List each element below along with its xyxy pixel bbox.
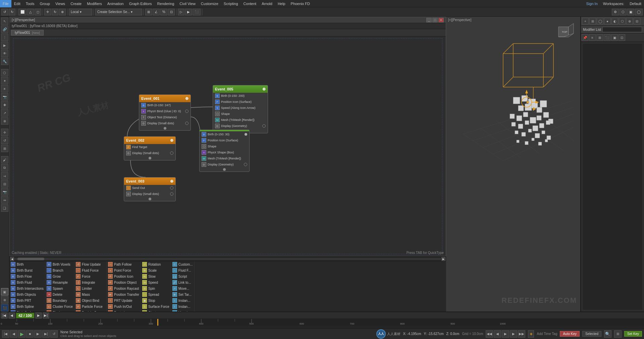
scroll-right-arrow[interactable]: ▶ xyxy=(441,257,445,261)
op-spread[interactable]: ⋯Spread xyxy=(141,291,171,297)
op-slow[interactable]: ≪Slow xyxy=(141,273,171,279)
sidebar-create-space[interactable]: ↗ xyxy=(1,109,8,117)
popup-row5[interactable]: D Display (Geometry) xyxy=(200,161,249,167)
op-set-tar[interactable]: ⊕Set Tar... xyxy=(171,291,194,297)
sidebar-motion[interactable]: ▶ xyxy=(1,42,8,49)
op-point-force[interactable]: •Point Force xyxy=(107,267,141,273)
sidebar-link[interactable]: 🔗 xyxy=(1,25,8,33)
op-instan1[interactable]: IInstan... xyxy=(171,297,194,303)
transport-stop-button[interactable]: ■ xyxy=(26,330,34,338)
current-frame-display[interactable]: 42 / 100 xyxy=(16,313,34,318)
right-toolbar-icon3[interactable]: ▣ xyxy=(627,9,634,15)
transport-start-button[interactable]: |◀ xyxy=(2,330,9,338)
node-event001-header[interactable]: Event_001 ⊕ xyxy=(139,95,191,102)
sidebar-create-cam[interactable]: 📷 xyxy=(1,93,8,100)
key-filter-button[interactable]: ⊞ xyxy=(614,330,622,338)
next-frame-button[interactable]: ▶ xyxy=(36,313,42,319)
mod-icon6[interactable]: ⬡ xyxy=(619,18,626,24)
node-event005-row0[interactable]: B Birth (0-150: 200) xyxy=(213,93,268,99)
tyflow-tab[interactable]: tyFlow001 [New] xyxy=(11,30,44,36)
mod-icon2[interactable]: ⊞ xyxy=(589,18,596,24)
sidebar-create-shape[interactable]: ✦ xyxy=(1,77,8,84)
sidebar-rotate[interactable]: ↺ xyxy=(1,137,8,144)
modifier-list-area[interactable] xyxy=(582,43,643,310)
menu-scripting[interactable]: Scripting xyxy=(221,0,241,7)
op-delete[interactable]: ✕Delete xyxy=(45,291,74,297)
op-prt-update[interactable]: ↑PRT Update xyxy=(107,297,141,303)
op-fluid-force[interactable]: ~Fluid Force xyxy=(74,267,106,273)
search-button[interactable]: 🔍 xyxy=(604,330,611,338)
sidebar-create-light[interactable]: ☀ xyxy=(1,85,8,92)
menu-graph-editors[interactable]: Graph Editors xyxy=(126,0,155,7)
node-event005-row5[interactable]: D Display (Geometry) xyxy=(213,123,268,129)
popup-row1[interactable]: P Position Icon (Surface) xyxy=(200,137,249,143)
set-key-button[interactable]: Set Key xyxy=(624,331,642,337)
op-move[interactable]: ↗Move... xyxy=(171,285,194,291)
select-polygon-button[interactable]: △ xyxy=(27,9,34,15)
op-cluster-force[interactable]: CCluster Force xyxy=(45,303,74,310)
select-element-button[interactable]: ◻ xyxy=(35,9,41,15)
node-event003-row1[interactable]: D Display (Small dots) xyxy=(124,191,175,197)
physx-dot[interactable] xyxy=(185,110,189,113)
op-position-transfer[interactable]: ⇄Position Transfer xyxy=(107,291,141,297)
op-birth-intersections[interactable]: BBirth Intersections xyxy=(9,285,45,291)
auto-key-button[interactable]: Auto Key xyxy=(560,331,580,337)
menu-tools[interactable]: Tools xyxy=(23,0,37,7)
menu-file[interactable]: File xyxy=(0,0,11,7)
sidebar-array[interactable]: ⊟ xyxy=(1,180,8,188)
op-mappi[interactable]: MMappi... xyxy=(171,310,194,312)
node-event005-row2[interactable]: S Speed (Along Icon Arrow) xyxy=(213,105,268,111)
popup-row3[interactable]: X PhysX Shape (Box) xyxy=(200,149,249,155)
render-button[interactable]: ▷ xyxy=(178,9,184,15)
op-flow-update[interactable]: ↺Flow Update xyxy=(74,261,106,267)
op-object-bind[interactable]: ⊕Object Bind xyxy=(74,297,106,303)
tyflow-close-button[interactable]: ✕ xyxy=(438,18,444,22)
popup-row4[interactable]: M Mesh (TriMesh [Render]) xyxy=(200,155,249,161)
pin-icon[interactable]: 📌 xyxy=(582,34,588,41)
menu-content[interactable]: Content xyxy=(241,0,259,7)
sidebar-mirror[interactable]: ⧉ xyxy=(1,164,8,172)
op-limiter[interactable]: LLimiter xyxy=(74,285,106,291)
select-object-button[interactable]: ⬜ xyxy=(18,9,26,15)
op-script[interactable]: { }Script xyxy=(171,273,194,279)
display-dot[interactable] xyxy=(185,122,189,125)
menu-animation[interactable]: Animation xyxy=(105,0,126,7)
right-toolbar-icon1[interactable]: ⚙ xyxy=(612,9,619,15)
mod-icon5[interactable]: ◐ xyxy=(611,18,618,24)
op-position-raycast[interactable]: ↗Position Raycast xyxy=(107,285,141,291)
op-resample[interactable]: RResample xyxy=(45,279,74,285)
node-event001-row1[interactable]: X PhysX Bind (Glue | ID: 0) xyxy=(139,108,191,114)
sidebar-clone[interactable]: ❏ xyxy=(1,204,8,212)
frame-nav-next2[interactable]: ▶▶ xyxy=(518,330,525,338)
sign-in-button[interactable]: Sign In xyxy=(584,0,600,7)
mod-icon1[interactable]: + xyxy=(582,18,589,24)
percent-snap-button[interactable]: % xyxy=(160,9,167,15)
op-custom[interactable]: CCustom... xyxy=(171,261,194,267)
node-event001-row3[interactable]: D Display (Small dots) xyxy=(139,120,191,126)
op-birth-prt[interactable]: BBirth PRT xyxy=(9,297,45,303)
popup-output-dot[interactable] xyxy=(244,163,247,166)
op-particle-force[interactable]: PParticle Force xyxy=(74,303,106,310)
op-branch[interactable]: ⑂Branch xyxy=(45,267,74,273)
op-stop[interactable]: ◼Stop xyxy=(141,297,171,303)
node-event001-row2[interactable]: T Object Test (Distance) xyxy=(139,114,191,120)
right-toolbar-icon2[interactable]: ⬡ xyxy=(620,9,627,15)
op-birth-voxels[interactable]: BBirth Voxels xyxy=(45,261,74,267)
sidebar-create-system[interactable]: ⊕ xyxy=(1,117,8,125)
transport-prev-button[interactable]: ◀ xyxy=(10,330,17,338)
tyflow-minimize-button[interactable]: _ xyxy=(426,18,432,22)
node-popup[interactable]: B Birth (0-150: 30) P Position Icon (Sur… xyxy=(199,130,250,172)
view-grid-icon[interactable]: ⊞ xyxy=(596,34,603,41)
op-position-icon[interactable]: PPosition Icon xyxy=(107,273,141,279)
mod-icon7[interactable]: ⊕ xyxy=(626,18,633,24)
node-event005[interactable]: Event_005 ⊕ B Birth (0-150: 200) P Posit… xyxy=(213,85,268,133)
sidebar-bottom3[interactable]: ⬛ xyxy=(1,304,8,312)
goto-start-button[interactable]: |◀ xyxy=(1,313,7,319)
menu-modifiers[interactable]: Modifiers xyxy=(84,0,105,7)
selection-filter-dropdown[interactable]: Create Selection Se... ▾ xyxy=(95,9,142,15)
op-fluid-f[interactable]: ~Fluid F... xyxy=(171,267,194,273)
snap-button[interactable]: ⊞ xyxy=(145,9,152,15)
op-position-object[interactable]: PPosition Object xyxy=(107,279,141,285)
op-push-inout[interactable]: ⇔Push In/Out xyxy=(107,303,141,310)
workspace-name[interactable]: Default xyxy=(627,0,644,7)
